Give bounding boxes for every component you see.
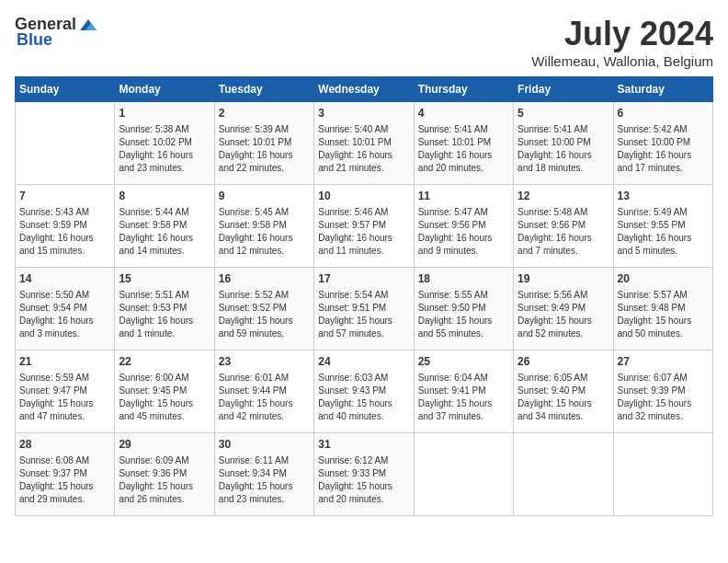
info-line: Sunset: 9:59 PM bbox=[19, 220, 87, 230]
info-line: and 26 minutes. bbox=[119, 494, 184, 504]
info-line: Sunset: 9:55 PM bbox=[618, 220, 686, 230]
info-line: Sunrise: 5:39 AM bbox=[219, 124, 289, 134]
cell-week3-day5: 19Sunrise: 5:56 AMSunset: 9:49 PMDayligh… bbox=[514, 268, 613, 350]
cell-week3-day4: 18Sunrise: 5:55 AMSunset: 9:50 PMDayligh… bbox=[414, 268, 513, 350]
info-line: and 32 minutes. bbox=[618, 411, 683, 421]
info-line: and 1 minute. bbox=[119, 328, 175, 339]
day-info: Sunrise: 5:38 AMSunset: 10:02 PMDaylight… bbox=[119, 123, 210, 175]
day-info: Sunrise: 6:08 AMSunset: 9:37 PMDaylight:… bbox=[19, 454, 110, 506]
day-info: Sunrise: 5:56 AMSunset: 9:49 PMDaylight:… bbox=[518, 289, 609, 340]
info-line: Sunrise: 6:00 AM bbox=[119, 373, 188, 383]
cell-week5-day5 bbox=[514, 433, 613, 516]
info-line: Sunset: 9:58 PM bbox=[119, 220, 187, 230]
info-line: Daylight: 15 hours bbox=[219, 398, 293, 408]
info-line: Sunrise: 5:54 AM bbox=[318, 290, 388, 300]
header-thursday: Thursday bbox=[414, 77, 513, 102]
info-line: Sunset: 9:45 PM bbox=[119, 385, 187, 396]
info-line: Sunrise: 5:55 AM bbox=[418, 290, 488, 300]
day-info: Sunrise: 5:59 AMSunset: 9:47 PMDaylight:… bbox=[19, 372, 110, 423]
info-line: Sunset: 9:39 PM bbox=[618, 385, 686, 396]
info-line: Sunrise: 6:11 AM bbox=[219, 455, 289, 465]
info-line: and 14 minutes. bbox=[119, 246, 184, 256]
info-line: Sunset: 9:36 PM bbox=[119, 468, 187, 478]
cell-week1-day3: 3Sunrise: 5:40 AMSunset: 10:01 PMDayligh… bbox=[314, 102, 414, 185]
cell-week5-day4 bbox=[414, 433, 513, 516]
cell-week1-day0 bbox=[16, 102, 115, 185]
header-tuesday: Tuesday bbox=[214, 77, 313, 102]
cell-week3-day6: 20Sunrise: 5:57 AMSunset: 9:48 PMDayligh… bbox=[613, 268, 712, 350]
week-row-2: 7Sunrise: 5:43 AMSunset: 9:59 PMDaylight… bbox=[16, 185, 713, 268]
day-info: Sunrise: 5:55 AMSunset: 9:50 PMDaylight:… bbox=[418, 289, 509, 340]
info-line: Sunrise: 5:47 AM bbox=[418, 207, 488, 217]
info-line: Sunrise: 5:51 AM bbox=[119, 290, 188, 300]
day-number: 23 bbox=[219, 354, 310, 370]
day-info: Sunrise: 5:51 AMSunset: 9:53 PMDaylight:… bbox=[119, 289, 210, 340]
cell-week5-day2: 30Sunrise: 6:11 AMSunset: 9:34 PMDayligh… bbox=[214, 433, 313, 516]
info-line: Sunset: 9:49 PM bbox=[518, 303, 586, 313]
day-number: 24 bbox=[318, 354, 409, 370]
info-line: Daylight: 15 hours bbox=[119, 398, 193, 408]
day-info: Sunrise: 6:05 AMSunset: 9:40 PMDaylight:… bbox=[518, 372, 609, 423]
header-monday: Monday bbox=[115, 77, 214, 102]
cell-week4-day5: 26Sunrise: 6:05 AMSunset: 9:40 PMDayligh… bbox=[514, 350, 613, 433]
day-number: 6 bbox=[618, 106, 709, 121]
info-line: Sunset: 9:56 PM bbox=[418, 220, 486, 230]
day-number: 4 bbox=[418, 106, 509, 121]
day-number: 7 bbox=[19, 189, 110, 204]
info-line: Sunrise: 5:59 AM bbox=[19, 373, 89, 383]
day-info: Sunrise: 6:11 AMSunset: 9:34 PMDaylight:… bbox=[219, 454, 310, 506]
info-line: Sunset: 9:51 PM bbox=[318, 303, 386, 313]
day-info: Sunrise: 5:47 AMSunset: 9:56 PMDaylight:… bbox=[418, 206, 509, 258]
info-line: Sunrise: 6:05 AM bbox=[518, 373, 587, 383]
info-line: Daylight: 16 hours bbox=[418, 233, 493, 243]
info-line: Daylight: 16 hours bbox=[518, 150, 592, 160]
info-line: Daylight: 16 hours bbox=[618, 150, 692, 160]
day-info: Sunrise: 6:12 AMSunset: 9:33 PMDaylight:… bbox=[318, 454, 409, 506]
info-line: Daylight: 16 hours bbox=[119, 316, 193, 326]
info-line: Sunrise: 6:01 AM bbox=[219, 373, 289, 383]
cell-week2-day6: 13Sunrise: 5:49 AMSunset: 9:55 PMDayligh… bbox=[613, 185, 712, 268]
info-line: and 37 minutes. bbox=[418, 411, 483, 421]
info-line: Sunrise: 5:46 AM bbox=[318, 207, 388, 217]
info-line: Sunset: 10:00 PM bbox=[518, 137, 591, 147]
info-line: Sunrise: 5:52 AM bbox=[219, 290, 289, 300]
location-subtitle: Willemeau, Wallonia, Belgium bbox=[531, 53, 713, 69]
info-line: Sunset: 9:58 PM bbox=[219, 220, 287, 230]
day-number: 3 bbox=[318, 106, 409, 121]
day-number: 16 bbox=[219, 271, 310, 287]
info-line: Daylight: 16 hours bbox=[518, 233, 592, 243]
info-line: Daylight: 16 hours bbox=[219, 150, 293, 160]
day-info: Sunrise: 5:44 AMSunset: 9:58 PMDaylight:… bbox=[119, 206, 210, 258]
info-line: Sunrise: 5:45 AM bbox=[219, 207, 289, 217]
info-line: Sunset: 9:33 PM bbox=[318, 468, 386, 478]
day-number: 5 bbox=[518, 106, 609, 121]
info-line: and 29 minutes. bbox=[19, 494, 85, 504]
info-line: Daylight: 15 hours bbox=[318, 398, 392, 408]
info-line: Daylight: 15 hours bbox=[618, 316, 692, 326]
info-line: Daylight: 16 hours bbox=[618, 233, 692, 243]
info-line: Daylight: 15 hours bbox=[418, 316, 493, 326]
cell-week3-day2: 16Sunrise: 5:52 AMSunset: 9:52 PMDayligh… bbox=[214, 268, 313, 350]
cell-week4-day2: 23Sunrise: 6:01 AMSunset: 9:44 PMDayligh… bbox=[214, 350, 313, 433]
info-line: and 52 minutes. bbox=[518, 328, 583, 339]
day-number: 28 bbox=[19, 437, 110, 453]
info-line: Sunset: 9:50 PM bbox=[418, 303, 486, 313]
week-row-5: 28Sunrise: 6:08 AMSunset: 9:37 PMDayligh… bbox=[16, 433, 713, 516]
day-number: 13 bbox=[618, 189, 709, 204]
day-info: Sunrise: 5:43 AMSunset: 9:59 PMDaylight:… bbox=[19, 206, 110, 258]
cell-week5-day6 bbox=[613, 433, 712, 516]
cell-week5-day0: 28Sunrise: 6:08 AMSunset: 9:37 PMDayligh… bbox=[16, 433, 115, 516]
info-line: and 50 minutes. bbox=[618, 328, 683, 339]
info-line: Sunrise: 6:09 AM bbox=[119, 455, 188, 465]
day-info: Sunrise: 5:41 AMSunset: 10:00 PMDaylight… bbox=[518, 123, 609, 175]
info-line: and 20 minutes. bbox=[318, 494, 383, 504]
day-number: 17 bbox=[318, 271, 409, 287]
info-line: and 18 minutes. bbox=[518, 163, 583, 173]
day-number: 27 bbox=[618, 354, 709, 370]
info-line: Sunset: 9:48 PM bbox=[618, 303, 686, 313]
cell-week2-day4: 11Sunrise: 5:47 AMSunset: 9:56 PMDayligh… bbox=[414, 185, 513, 268]
day-number: 29 bbox=[119, 437, 210, 453]
title-area: July 2024 Willemeau, Wallonia, Belgium bbox=[531, 15, 713, 69]
info-line: Daylight: 16 hours bbox=[119, 233, 193, 243]
info-line: Daylight: 15 hours bbox=[219, 481, 293, 491]
